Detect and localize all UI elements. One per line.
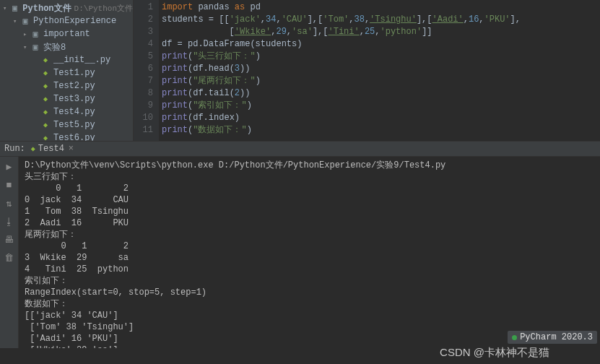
- watermark: CSDN @卡林神不是猫: [440, 346, 549, 360]
- tree-file[interactable]: ◆Test6.py: [0, 131, 133, 141]
- close-icon[interactable]: ×: [69, 144, 74, 154]
- run-tab[interactable]: Test4: [38, 144, 64, 154]
- print-icon[interactable]: 🖶: [4, 235, 14, 246]
- rerun-icon[interactable]: ▶: [6, 161, 12, 173]
- run-toolbar: ▶ ■ ⇅ ⭳ 🖶 🗑: [0, 157, 19, 348]
- scroll-to-end-icon[interactable]: ⭳: [4, 217, 14, 228]
- ide-badge-text: PyCharm 2020.3: [520, 332, 593, 342]
- toggle-soft-wrap-icon[interactable]: ⇅: [6, 198, 12, 209]
- run-tab-icon: ◆: [31, 144, 35, 153]
- project-tree[interactable]: ▾▣Python文件D:\Python文件▾▣PythonExperience▸…: [0, 0, 134, 141]
- line-gutter: 1234567891011: [134, 0, 159, 141]
- code-area[interactable]: import pandas as pdstudents = [['jack',3…: [159, 0, 600, 141]
- run-tab-bar: Run: ◆ Test4 ×: [0, 141, 600, 157]
- tree-file[interactable]: ◆Test3.py: [0, 92, 133, 105]
- tree-file[interactable]: ◆__init__.py: [0, 53, 133, 66]
- tree-file[interactable]: ◆Test4.py: [0, 105, 133, 118]
- console-output[interactable]: D:\Python文件\venv\Scripts\python.exe D:/P…: [19, 157, 600, 348]
- tree-root[interactable]: ▾▣Python文件D:\Python文件: [0, 1, 133, 14]
- tree-folder[interactable]: ▾▣PythonExperience: [0, 14, 133, 27]
- stop-icon[interactable]: ■: [6, 180, 12, 191]
- code-editor[interactable]: 1234567891011 import pandas as pdstudent…: [134, 0, 600, 141]
- tree-file[interactable]: ◆Test1.py: [0, 66, 133, 79]
- tree-folder[interactable]: ▾▣实验8: [0, 40, 133, 53]
- tree-folder[interactable]: ▸▣important: [0, 27, 133, 40]
- delete-icon[interactable]: 🗑: [4, 253, 14, 264]
- status-dot-icon: [512, 335, 517, 340]
- run-label: Run:: [4, 144, 25, 154]
- tree-file[interactable]: ◆Test2.py: [0, 79, 133, 92]
- tree-file[interactable]: ◆Test5.py: [0, 118, 133, 131]
- ide-badge: PyCharm 2020.3: [508, 331, 597, 344]
